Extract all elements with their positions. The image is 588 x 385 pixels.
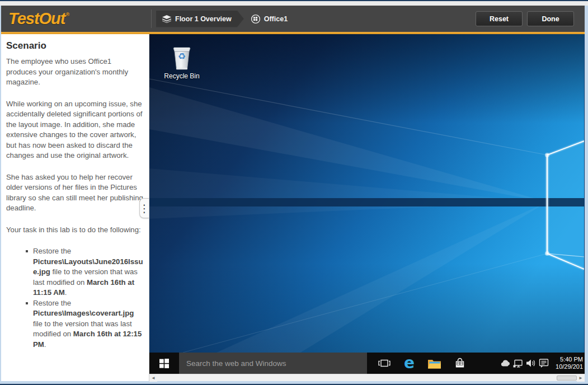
done-button[interactable]: Done [527, 11, 574, 26]
header-bar: TestOut® Floor 1 Overview Off [1, 6, 585, 32]
clock-time: 5:40 PM [550, 356, 583, 363]
taskbar-pinned-icons: e [371, 353, 472, 374]
file-explorer-icon [427, 358, 441, 369]
task-list: Restore the Pictures\Layouts\June2016Iss… [25, 246, 143, 350]
action-center-tray-button[interactable] [537, 353, 550, 374]
breadcrumb: Floor 1 Overview Office1 [156, 6, 288, 32]
task-view-button[interactable] [371, 353, 397, 374]
grip-dots-icon: ⋮ [139, 203, 150, 214]
edge-browser-button[interactable]: e [397, 353, 422, 374]
taskbar-clock[interactable]: 5:40 PM 10/29/201 [550, 356, 585, 370]
breadcrumb-label: Office1 [264, 15, 288, 23]
clock-date: 10/29/201 [550, 363, 583, 370]
file-explorer-button[interactable] [422, 353, 447, 374]
onedrive-cloud-icon [500, 359, 510, 368]
task-view-icon [378, 359, 391, 367]
taskbar: e [149, 353, 585, 374]
recycle-bin-icon[interactable]: ♻ Recycle Bin [163, 45, 201, 80]
action-center-icon [539, 358, 549, 368]
store-icon [454, 358, 465, 369]
task-item: Restore the Pictures\Images\coverart.jpg… [25, 298, 143, 350]
logo-text: TestOut [8, 10, 65, 27]
start-button[interactable] [149, 353, 179, 374]
scenario-panel: Scenario The employee who uses Office1 p… [1, 34, 149, 381]
desktop-icon-label: Recycle Bin [164, 72, 199, 80]
windows-circle-icon [251, 14, 261, 24]
testout-logo: TestOut® [8, 10, 69, 28]
breadcrumb-label: Floor 1 Overview [175, 15, 232, 23]
reset-button[interactable]: Reset [476, 11, 523, 26]
onedrive-tray-button[interactable] [498, 353, 511, 374]
scrollbar-track[interactable] [157, 374, 577, 382]
scroll-right-button[interactable]: ► [577, 374, 585, 382]
system-tray: 5:40 PM 10/29/201 [498, 353, 585, 374]
breadcrumb-office1[interactable]: Office1 [251, 14, 288, 24]
recycle-bin-image: ♻ [171, 45, 193, 71]
window-top-strip [0, 1, 588, 6]
scrollbar-thumb[interactable] [557, 375, 577, 381]
scroll-left-button[interactable]: ◄ [149, 374, 157, 382]
windows-desktop[interactable]: ♻ Recycle Bin [149, 34, 585, 353]
edge-icon: e [404, 355, 415, 371]
recycle-symbol-icon: ♻ [178, 52, 186, 61]
lab-window: TestOut® Floor 1 Overview Off [0, 0, 588, 385]
content-area: Scenario The employee who uses Office1 p… [1, 34, 585, 381]
header-actions: Reset Done [476, 11, 574, 26]
search-input[interactable] [179, 353, 367, 374]
layers-icon [162, 15, 171, 23]
taskbar-search[interactable] [179, 353, 367, 374]
breadcrumb-floor1-overview[interactable]: Floor 1 Overview [156, 11, 244, 27]
scenario-paragraph: While working on an upcoming issue, she … [6, 99, 143, 161]
windows-logo-icon [159, 359, 169, 368]
network-tray-button[interactable] [511, 353, 524, 374]
horizontal-scrollbar[interactable]: ◄ ► [149, 374, 585, 381]
desktop-wallpaper [149, 34, 584, 353]
scenario-paragraph: She has asked you to help her recover ol… [6, 172, 143, 214]
task-item: Restore the Pictures\Layouts\June2016Iss… [25, 246, 143, 298]
panel-collapse-handle[interactable]: ⋮ [139, 198, 149, 218]
volume-icon [526, 359, 535, 368]
task-file-path: Pictures\Images\coverart.jpg [33, 309, 134, 317]
scenario-paragraph: The employee who uses Office1 produces y… [6, 57, 143, 88]
scenario-heading: Scenario [6, 40, 143, 51]
network-icon [513, 359, 523, 368]
volume-tray-button[interactable] [524, 353, 537, 374]
scenario-paragraph: Your task in this lab is to do the follo… [6, 225, 143, 236]
header-divider [151, 10, 152, 28]
registered-mark: ® [65, 12, 69, 17]
vm-view: ♻ Recycle Bin [149, 34, 585, 381]
store-button[interactable] [447, 353, 472, 374]
